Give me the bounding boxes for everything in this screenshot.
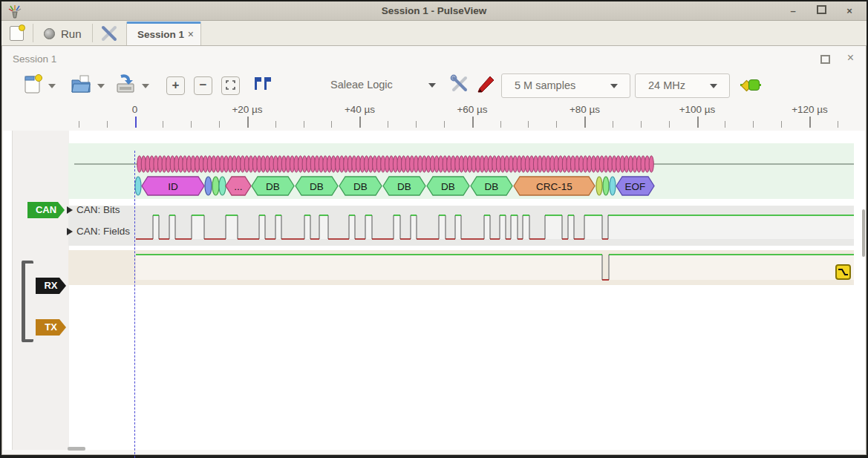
probe-icon[interactable] bbox=[477, 75, 495, 94]
ruler-tick bbox=[838, 121, 838, 128]
ruler-tick bbox=[135, 117, 137, 128]
zoom-fit-button[interactable] bbox=[221, 76, 240, 95]
ruler-tick bbox=[725, 121, 725, 128]
zoom-in-button[interactable]: + bbox=[166, 76, 185, 95]
new-session-button[interactable] bbox=[10, 26, 24, 41]
tab-label: Session 1 bbox=[137, 29, 184, 40]
chevron-down-icon bbox=[710, 84, 717, 88]
ruler-label: +80 µs bbox=[570, 104, 600, 115]
chevron-down-icon bbox=[428, 83, 436, 88]
window-title: Session 1 - PulseView bbox=[1, 5, 867, 16]
open-file-icon[interactable] bbox=[71, 74, 91, 95]
ruler-tick bbox=[781, 121, 782, 128]
ruler-tick bbox=[753, 121, 754, 128]
run-button[interactable]: Run bbox=[61, 27, 82, 40]
decoder-tag-can[interactable]: CAN bbox=[27, 202, 65, 218]
svg-text:DB: DB bbox=[441, 181, 455, 192]
ruler-tick bbox=[500, 121, 501, 128]
ruler-label: +120 µs bbox=[792, 104, 828, 115]
time-cursor[interactable] bbox=[134, 151, 135, 458]
can-bit-annotations[interactable] bbox=[137, 156, 654, 172]
save-dropdown-icon[interactable] bbox=[142, 84, 149, 88]
save-icon[interactable] bbox=[115, 74, 136, 95]
subwindow-close-icon[interactable]: × bbox=[847, 51, 854, 65]
channel-group-bracket[interactable] bbox=[22, 261, 33, 342]
separator bbox=[33, 24, 33, 42]
device-options-icon[interactable] bbox=[449, 74, 470, 94]
ruler-tick bbox=[669, 121, 670, 128]
chevron-down-icon bbox=[610, 84, 618, 88]
svg-text:...: ... bbox=[234, 181, 242, 192]
add-decoder-icon[interactable] bbox=[740, 79, 763, 91]
ruler-label: +20 µs bbox=[232, 104, 262, 115]
vertical-scrollbar[interactable] bbox=[862, 209, 865, 257]
settings-tools-icon[interactable] bbox=[99, 24, 119, 42]
ruler-tick bbox=[584, 117, 586, 128]
window-frame: Session 1 - PulseView – × Run Session 1 … bbox=[0, 0, 868, 458]
session-subwindow: Session 1 × + − bbox=[1, 45, 867, 455]
trace-view[interactable]: ID...DBDBDBDBDBDBCRC-15EOF CAN: Bits CAN… bbox=[3, 131, 865, 450]
svg-text:EOF: EOF bbox=[625, 181, 646, 192]
ruler-label: +40 µs bbox=[345, 104, 375, 115]
fit-view-icon bbox=[226, 80, 235, 90]
sample-count-value: 5 M samples bbox=[515, 79, 575, 91]
sample-count-select[interactable]: 5 M samples bbox=[501, 73, 630, 98]
maximize-icon[interactable] bbox=[815, 4, 828, 18]
ruler-tick bbox=[472, 117, 474, 128]
ruler-tick bbox=[641, 121, 642, 128]
ruler-tick bbox=[107, 121, 108, 128]
sample-rate-value: 24 MHz bbox=[648, 79, 685, 91]
device-select[interactable]: Saleae Logic bbox=[318, 73, 448, 96]
ruler-tick bbox=[331, 121, 332, 128]
trace-canvas[interactable]: ID...DBDBDBDBDBDBCRC-15EOF bbox=[3, 131, 868, 451]
ruler-tick bbox=[304, 121, 304, 128]
row-label-can-fields: CAN: Fields bbox=[76, 226, 130, 237]
new-file-icon[interactable] bbox=[23, 74, 42, 95]
open-dropdown-icon[interactable] bbox=[97, 84, 105, 88]
ruler-label: +60 µs bbox=[457, 104, 487, 115]
ruler-tick bbox=[697, 117, 699, 128]
svg-text:ID: ID bbox=[168, 181, 178, 192]
zoom-edges-icon[interactable] bbox=[253, 76, 273, 90]
ruler-tick bbox=[163, 121, 163, 128]
sample-rate-select[interactable]: 24 MHz bbox=[635, 73, 730, 98]
ruler-label: +100 µs bbox=[679, 104, 716, 115]
separator bbox=[92, 24, 93, 42]
main-toolbar: Run Session 1 × bbox=[1, 21, 867, 46]
titlebar[interactable]: Session 1 - PulseView – × bbox=[1, 1, 867, 21]
svg-text:DB: DB bbox=[485, 181, 499, 192]
tx-waveform[interactable] bbox=[136, 255, 854, 280]
svg-text:DB: DB bbox=[310, 181, 324, 192]
minimize-icon[interactable]: – bbox=[786, 4, 800, 18]
ruler-label: 0 bbox=[132, 104, 138, 115]
ruler-tick bbox=[416, 121, 417, 128]
ruler-tick bbox=[613, 121, 613, 128]
run-icon[interactable] bbox=[44, 28, 55, 39]
horizontal-scrollbar[interactable] bbox=[68, 447, 85, 451]
new-dropdown-icon[interactable] bbox=[48, 84, 56, 88]
svg-text:DB: DB bbox=[397, 181, 411, 192]
ruler-tick bbox=[388, 121, 388, 128]
trigger-marker-falling-edge-icon[interactable] bbox=[835, 264, 851, 280]
ruler-tick bbox=[556, 121, 557, 128]
row-label-can-bits: CAN: Bits bbox=[76, 204, 120, 215]
ruler-tick bbox=[444, 121, 445, 128]
ruler-tick bbox=[809, 117, 811, 128]
device-name: Saleae Logic bbox=[330, 79, 393, 91]
svg-text:DB: DB bbox=[353, 181, 368, 192]
svg-text:DB: DB bbox=[266, 181, 280, 192]
tab-close-icon[interactable]: × bbox=[188, 28, 194, 40]
zoom-out-button[interactable]: − bbox=[194, 76, 212, 95]
ruler-tick bbox=[247, 117, 249, 128]
tab-session-1[interactable]: Session 1 × bbox=[126, 22, 201, 48]
expander-can-bits[interactable] bbox=[67, 206, 73, 214]
close-icon[interactable]: × bbox=[843, 4, 856, 18]
can-field-annotations[interactable]: ID...DBDBDBDBDBDBCRC-15EOF bbox=[135, 177, 654, 195]
ruler-tick bbox=[275, 121, 276, 128]
expander-can-fields[interactable] bbox=[67, 228, 73, 235]
ruler-tick bbox=[528, 121, 529, 128]
ruler-tick bbox=[359, 117, 361, 128]
ruler-tick bbox=[191, 121, 192, 128]
subwindow-title: Session 1 bbox=[13, 53, 56, 65]
subwindow-maximize-icon[interactable] bbox=[820, 55, 830, 64]
